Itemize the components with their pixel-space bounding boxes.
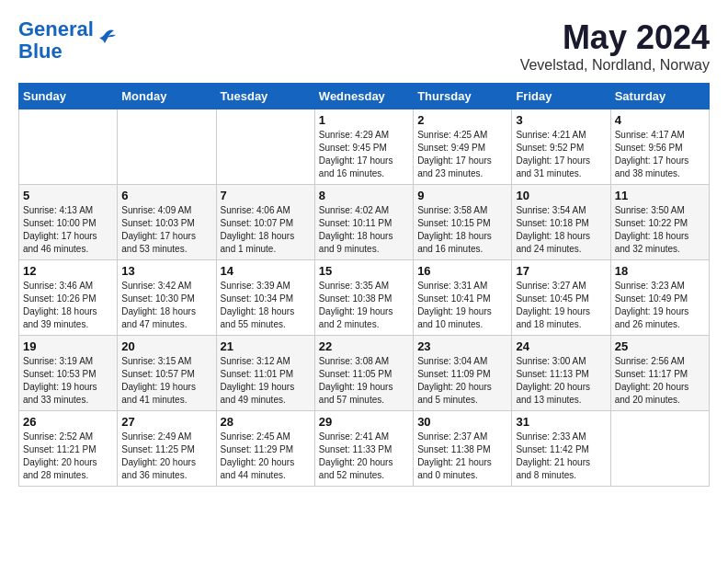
day-header-tuesday: Tuesday bbox=[216, 84, 314, 109]
day-number: 22 bbox=[319, 339, 409, 353]
day-info: Sunrise: 2:56 AM Sunset: 11:17 PM Daylig… bbox=[615, 355, 705, 407]
day-number: 18 bbox=[615, 264, 705, 278]
day-number: 30 bbox=[417, 415, 507, 429]
day-number: 3 bbox=[516, 113, 606, 127]
day-info: Sunrise: 4:09 AM Sunset: 10:03 PM Daylig… bbox=[121, 204, 211, 256]
calendar-cell: 7Sunrise: 4:06 AM Sunset: 10:07 PM Dayli… bbox=[216, 185, 314, 260]
calendar-cell: 6Sunrise: 4:09 AM Sunset: 10:03 PM Dayli… bbox=[118, 185, 216, 260]
day-info: Sunrise: 3:04 AM Sunset: 11:09 PM Daylig… bbox=[417, 355, 507, 407]
day-info: Sunrise: 3:54 AM Sunset: 10:18 PM Daylig… bbox=[516, 204, 606, 256]
day-number: 4 bbox=[615, 113, 705, 127]
calendar-cell: 20Sunrise: 3:15 AM Sunset: 10:57 PM Dayl… bbox=[118, 336, 216, 411]
calendar-cell: 11Sunrise: 3:50 AM Sunset: 10:22 PM Dayl… bbox=[610, 185, 709, 260]
day-info: Sunrise: 4:02 AM Sunset: 10:11 PM Daylig… bbox=[319, 204, 409, 256]
calendar-cell: 29Sunrise: 2:41 AM Sunset: 11:33 PM Dayl… bbox=[314, 411, 413, 487]
day-number: 25 bbox=[615, 339, 705, 353]
calendar-cell: 3Sunrise: 4:21 AM Sunset: 9:52 PM Daylig… bbox=[512, 109, 610, 185]
day-number: 11 bbox=[615, 189, 705, 202]
day-number: 2 bbox=[417, 113, 507, 127]
day-number: 20 bbox=[121, 339, 211, 353]
calendar-subtitle: Vevelstad, Nordland, Norway bbox=[520, 57, 710, 74]
day-number: 9 bbox=[417, 189, 507, 202]
calendar-title: May 2024 bbox=[520, 18, 710, 57]
calendar-cell: 13Sunrise: 3:42 AM Sunset: 10:30 PM Dayl… bbox=[118, 260, 216, 336]
calendar-cell: 9Sunrise: 3:58 AM Sunset: 10:15 PM Dayli… bbox=[414, 185, 512, 260]
calendar-cell: 4Sunrise: 4:17 AM Sunset: 9:56 PM Daylig… bbox=[610, 109, 709, 185]
day-info: Sunrise: 2:37 AM Sunset: 11:38 PM Daylig… bbox=[417, 431, 507, 482]
day-info: Sunrise: 2:41 AM Sunset: 11:33 PM Daylig… bbox=[319, 431, 409, 482]
calendar-cell: 16Sunrise: 3:31 AM Sunset: 10:41 PM Dayl… bbox=[414, 260, 512, 336]
day-number: 10 bbox=[516, 189, 606, 202]
calendar-cell: 22Sunrise: 3:08 AM Sunset: 11:05 PM Dayl… bbox=[314, 336, 413, 411]
title-section: May 2024 Vevelstad, Nordland, Norway bbox=[520, 18, 710, 74]
day-number: 6 bbox=[121, 189, 211, 202]
day-info: Sunrise: 3:15 AM Sunset: 10:57 PM Daylig… bbox=[121, 355, 211, 407]
day-number: 14 bbox=[221, 264, 311, 278]
logo: GeneralBlue bbox=[18, 18, 116, 63]
calendar-header-row: SundayMondayTuesdayWednesdayThursdayFrid… bbox=[19, 84, 710, 109]
logo-text: GeneralBlue bbox=[18, 18, 94, 63]
day-info: Sunrise: 3:23 AM Sunset: 10:49 PM Daylig… bbox=[615, 280, 705, 331]
day-info: Sunrise: 3:00 AM Sunset: 11:13 PM Daylig… bbox=[516, 355, 606, 407]
calendar-cell: 10Sunrise: 3:54 AM Sunset: 10:18 PM Dayl… bbox=[512, 185, 610, 260]
day-header-sunday: Sunday bbox=[19, 84, 118, 109]
day-info: Sunrise: 2:52 AM Sunset: 11:21 PM Daylig… bbox=[23, 431, 113, 482]
day-header-saturday: Saturday bbox=[610, 84, 709, 109]
day-number: 16 bbox=[417, 264, 507, 278]
day-info: Sunrise: 4:06 AM Sunset: 10:07 PM Daylig… bbox=[221, 204, 311, 256]
calendar-cell: 30Sunrise: 2:37 AM Sunset: 11:38 PM Dayl… bbox=[414, 411, 512, 487]
day-info: Sunrise: 4:25 AM Sunset: 9:49 PM Dayligh… bbox=[417, 129, 507, 180]
day-info: Sunrise: 3:50 AM Sunset: 10:22 PM Daylig… bbox=[615, 204, 705, 256]
day-info: Sunrise: 2:33 AM Sunset: 11:42 PM Daylig… bbox=[516, 431, 606, 482]
calendar-cell bbox=[19, 109, 118, 185]
calendar-table: SundayMondayTuesdayWednesdayThursdayFrid… bbox=[18, 83, 710, 487]
day-info: Sunrise: 3:08 AM Sunset: 11:05 PM Daylig… bbox=[319, 355, 409, 407]
calendar-cell bbox=[216, 109, 314, 185]
day-info: Sunrise: 3:42 AM Sunset: 10:30 PM Daylig… bbox=[121, 280, 211, 331]
calendar-cell: 31Sunrise: 2:33 AM Sunset: 11:42 PM Dayl… bbox=[512, 411, 610, 487]
day-number: 12 bbox=[23, 264, 113, 278]
page-header: GeneralBlue May 2024 Vevelstad, Nordland… bbox=[18, 18, 710, 74]
day-info: Sunrise: 3:46 AM Sunset: 10:26 PM Daylig… bbox=[23, 280, 113, 331]
day-header-monday: Monday bbox=[118, 84, 216, 109]
calendar-cell: 24Sunrise: 3:00 AM Sunset: 11:13 PM Dayl… bbox=[512, 336, 610, 411]
day-info: Sunrise: 3:27 AM Sunset: 10:45 PM Daylig… bbox=[516, 280, 606, 331]
day-info: Sunrise: 3:12 AM Sunset: 11:01 PM Daylig… bbox=[221, 355, 311, 407]
calendar-week-row: 19Sunrise: 3:19 AM Sunset: 10:53 PM Dayl… bbox=[19, 336, 710, 411]
day-info: Sunrise: 4:21 AM Sunset: 9:52 PM Dayligh… bbox=[516, 129, 606, 180]
calendar-cell: 15Sunrise: 3:35 AM Sunset: 10:38 PM Dayl… bbox=[314, 260, 413, 336]
day-number: 24 bbox=[516, 339, 606, 353]
day-info: Sunrise: 3:39 AM Sunset: 10:34 PM Daylig… bbox=[221, 280, 311, 331]
calendar-week-row: 1Sunrise: 4:29 AM Sunset: 9:45 PM Daylig… bbox=[19, 109, 710, 185]
calendar-cell: 2Sunrise: 4:25 AM Sunset: 9:49 PM Daylig… bbox=[414, 109, 512, 185]
day-number: 8 bbox=[319, 189, 409, 202]
day-info: Sunrise: 4:17 AM Sunset: 9:56 PM Dayligh… bbox=[615, 129, 705, 180]
calendar-cell: 21Sunrise: 3:12 AM Sunset: 11:01 PM Dayl… bbox=[216, 336, 314, 411]
day-number: 26 bbox=[23, 415, 113, 429]
day-number: 28 bbox=[221, 415, 311, 429]
day-number: 21 bbox=[221, 339, 311, 353]
logo-bird-icon bbox=[96, 27, 116, 47]
calendar-cell: 8Sunrise: 4:02 AM Sunset: 10:11 PM Dayli… bbox=[314, 185, 413, 260]
calendar-cell: 1Sunrise: 4:29 AM Sunset: 9:45 PM Daylig… bbox=[314, 109, 413, 185]
calendar-cell: 19Sunrise: 3:19 AM Sunset: 10:53 PM Dayl… bbox=[19, 336, 118, 411]
day-number: 19 bbox=[23, 339, 113, 353]
day-info: Sunrise: 2:45 AM Sunset: 11:29 PM Daylig… bbox=[221, 431, 311, 482]
calendar-cell: 28Sunrise: 2:45 AM Sunset: 11:29 PM Dayl… bbox=[216, 411, 314, 487]
calendar-cell: 25Sunrise: 2:56 AM Sunset: 11:17 PM Dayl… bbox=[610, 336, 709, 411]
calendar-cell: 17Sunrise: 3:27 AM Sunset: 10:45 PM Dayl… bbox=[512, 260, 610, 336]
day-number: 27 bbox=[121, 415, 211, 429]
day-number: 31 bbox=[516, 415, 606, 429]
day-info: Sunrise: 4:29 AM Sunset: 9:45 PM Dayligh… bbox=[319, 129, 409, 180]
calendar-cell: 27Sunrise: 2:49 AM Sunset: 11:25 PM Dayl… bbox=[118, 411, 216, 487]
calendar-week-row: 5Sunrise: 4:13 AM Sunset: 10:00 PM Dayli… bbox=[19, 185, 710, 260]
day-header-wednesday: Wednesday bbox=[314, 84, 413, 109]
day-number: 5 bbox=[23, 189, 113, 202]
day-info: Sunrise: 4:13 AM Sunset: 10:00 PM Daylig… bbox=[23, 204, 113, 256]
day-header-friday: Friday bbox=[512, 84, 610, 109]
calendar-cell: 26Sunrise: 2:52 AM Sunset: 11:21 PM Dayl… bbox=[19, 411, 118, 487]
day-number: 7 bbox=[221, 189, 311, 202]
calendar-week-row: 12Sunrise: 3:46 AM Sunset: 10:26 PM Dayl… bbox=[19, 260, 710, 336]
day-info: Sunrise: 3:35 AM Sunset: 10:38 PM Daylig… bbox=[319, 280, 409, 331]
day-info: Sunrise: 2:49 AM Sunset: 11:25 PM Daylig… bbox=[121, 431, 211, 482]
